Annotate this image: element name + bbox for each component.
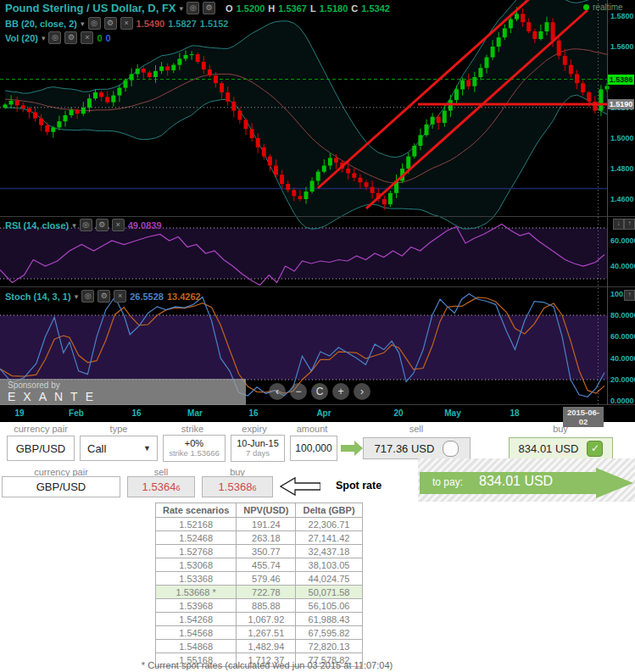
rsi-tick: 40.0000 <box>610 262 635 270</box>
table-cell: 1.53968 <box>156 599 237 613</box>
bb-lower-value: 1.5152 <box>200 19 229 29</box>
table-row: 1.53668 *722.7850,071.58 <box>156 586 363 599</box>
table-cell: 44,024.75 <box>296 572 362 586</box>
to-pay-label: to pay: <box>432 476 463 488</box>
chevron-down-icon[interactable]: ▾ <box>180 4 184 13</box>
chart-nav-button[interactable]: − <box>290 383 307 400</box>
close-icon[interactable]: × <box>112 219 125 231</box>
sell-header: sell <box>409 424 424 434</box>
strike-header: strike <box>181 424 203 434</box>
eye-icon[interactable]: ◎ <box>81 290 94 303</box>
realtime-dot-icon <box>583 4 589 10</box>
table-cell: 579.46 <box>237 572 296 586</box>
to-pay-value: 834.01 USD <box>479 474 553 489</box>
chevron-down-icon[interactable]: ▾ <box>42 34 46 42</box>
table-header: NPV(USD) <box>237 503 296 518</box>
table-cell: 455.74 <box>237 558 296 572</box>
bb-basis-value: 1.5490 <box>136 19 165 29</box>
chevron-down-icon[interactable]: ▾ <box>75 292 79 301</box>
gear-icon[interactable]: ⚙ <box>96 219 109 231</box>
table-row: 1.53368579.4644,024.75 <box>156 572 363 586</box>
price-tick: 1.5600 <box>610 42 634 51</box>
table-cell: 1.52768 <box>156 545 237 558</box>
gear-icon[interactable]: ⚙ <box>97 290 110 303</box>
stoch-tick: 0.0000 <box>610 397 634 405</box>
panel-expand-icon[interactable]: ↑ <box>624 219 635 230</box>
type-header: type <box>110 424 128 434</box>
rsi-value: 49.0839 <box>128 220 162 230</box>
table-row: 1.545681,267.5167,595.82 <box>156 626 363 640</box>
chevron-down-icon: ▼ <box>143 444 151 453</box>
chart-nav-button[interactable]: › <box>354 383 370 400</box>
buy-price-box[interactable]: 834.01 USD ✓ <box>509 437 613 459</box>
symbol-title: Pound Sterling / US Dollar, D, FX <box>5 2 176 14</box>
currency-pair-header: currency pair <box>14 424 68 434</box>
sell-checkbox[interactable] <box>443 441 459 457</box>
eye-icon[interactable]: ◎ <box>88 17 101 30</box>
currency-pair-field[interactable]: GBP/USD <box>7 436 75 461</box>
table-cell: 885.88 <box>237 599 296 613</box>
watermark-line2: EXANTE <box>8 390 101 403</box>
table-cell: 1,482.94 <box>237 640 296 653</box>
close-icon[interactable]: × <box>114 290 126 303</box>
gear-icon[interactable]: ⚙ <box>104 17 117 30</box>
table-cell: 22,306.71 <box>296 518 362 531</box>
table-row: 1.52468263.1827,141.42 <box>156 531 363 545</box>
close-icon[interactable]: × <box>81 31 93 44</box>
table-row: 1.53968885.8856,105.06 <box>156 599 363 613</box>
gear-icon[interactable]: ⚙ <box>203 2 215 14</box>
table-header: Rate scenarios <box>156 503 237 518</box>
table-cell: 1.54268 <box>156 613 237 626</box>
table-cell: 1.52468 <box>156 531 237 545</box>
chart-nav-button[interactable]: C <box>311 383 328 400</box>
type-select[interactable]: Call ▼ <box>80 436 158 461</box>
trading-screen: Pound Sterling / US Dollar, D, FX ▾ ◎ ⚙ … <box>0 0 635 672</box>
table-row: 1.53068455.7438,103.05 <box>156 558 363 572</box>
price-tick: 1.4600 <box>610 195 634 203</box>
stoch-tick: 40.0000 <box>610 354 635 363</box>
table-cell: 32,437.18 <box>296 545 362 558</box>
amount-header: amount <box>297 424 328 434</box>
rate-scenarios-table: Rate scenariosNPV(USD)Delta (GBP) 1.5216… <box>155 503 363 667</box>
eye-icon[interactable]: ◎ <box>48 31 61 44</box>
amount-field[interactable]: 100,000 <box>290 436 337 461</box>
arrow-right-icon <box>341 440 363 457</box>
table-cell: 1.53668 * <box>156 586 237 599</box>
chart-nav-button[interactable]: + <box>332 383 349 400</box>
table-cell: 72,820.13 <box>296 640 362 653</box>
table-row: 1.542681,067.9261,988.43 <box>156 613 363 626</box>
price-tick: 1.4800 <box>610 164 634 173</box>
bb-label: BB (20, close, 2) <box>5 19 77 29</box>
stoch-indicator-header: Stoch (14, 3, 1) ▾ ◎ ⚙ × 26.5528 13.4262 <box>5 290 201 303</box>
time-tick: 18 <box>510 408 519 418</box>
bb-indicator-header: BB (20, close, 2) ▾ ◎ ⚙ × 1.5490 1.5827 … <box>5 17 228 30</box>
panel-collapse-icon[interactable]: ↓ <box>613 219 624 230</box>
table-cell: 1.54868 <box>156 640 237 653</box>
chevron-down-icon[interactable]: ▾ <box>72 221 76 230</box>
table-cell: 722.78 <box>237 586 296 599</box>
gear-icon[interactable]: ⚙ <box>64 31 77 44</box>
spot-sell-rate[interactable]: 1.53646 <box>127 476 195 497</box>
buy-checkbox-checked[interactable]: ✓ <box>587 441 603 457</box>
chart-nav-button[interactable]: ‹ <box>269 383 286 400</box>
spot-buy-rate[interactable]: 1.53686 <box>202 476 273 497</box>
table-row: 1.52168191.2422,306.71 <box>156 518 363 531</box>
sell-price-box[interactable]: 717.36 USD <box>363 437 471 459</box>
table-cell: 1,067.92 <box>237 613 296 626</box>
panel-expand-icon[interactable]: ↑ <box>624 290 635 301</box>
table-row: 1.548681,482.9472,820.13 <box>156 640 363 653</box>
time-axis[interactable]: 19Feb16Mar16Apr20May18 2015-06-02 <box>0 405 635 422</box>
expiry-field[interactable]: 10-Jun-15 7 days <box>231 435 285 462</box>
eye-icon[interactable]: ◎ <box>187 2 199 14</box>
watermark-line1: Sponsored by <box>8 380 60 390</box>
spot-currency-pair-field[interactable]: GBP/USD <box>2 476 120 497</box>
chart-canvas <box>0 0 635 405</box>
chevron-down-icon[interactable]: ▾ <box>81 19 85 28</box>
time-tick: 20 <box>393 408 403 418</box>
bb-upper-value: 1.5827 <box>168 19 197 29</box>
table-cell: 1,267.51 <box>237 626 296 640</box>
strike-field[interactable]: +0% strike 1.53666 <box>163 435 226 462</box>
eye-icon[interactable]: ◎ <box>80 219 92 231</box>
close-icon[interactable]: × <box>120 17 133 30</box>
table-cell: 350.77 <box>237 545 296 558</box>
